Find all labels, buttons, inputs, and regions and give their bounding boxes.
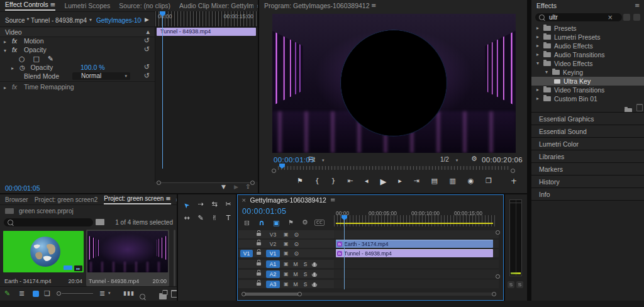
lock-icon[interactable] [257,242,261,245]
eye-icon[interactable]: ⊙ [294,232,299,238]
v-scroll-top-handle[interactable] [496,230,500,235]
scroll-handle-far-right[interactable] [492,292,496,296]
automate-to-sequence-button[interactable]: ▮▮▮ [123,290,135,296]
effects-tree-item[interactable]: ▸Audio Transitions [531,50,644,59]
track-button-a2[interactable]: A2 [266,271,280,278]
track-lane-a2[interactable] [334,270,499,278]
chevron-right-icon[interactable]: ▸ [535,94,540,103]
chevron-right-icon[interactable]: ▸ [4,84,6,92]
linked-selection-icon[interactable]: ▣ [273,219,279,227]
step-back-button[interactable]: ◂ [365,177,369,186]
opacity-effect-row[interactable]: ▾ fx Opacity ↺ [0,45,155,54]
lock-icon[interactable] [257,262,261,265]
captions-icon[interactable]: CC [314,220,325,226]
panel-menu-icon[interactable]: ≡ [330,196,335,203]
pen-tool[interactable]: ✎ [195,213,206,223]
add-marker-icon[interactable]: ⚑ [288,219,294,226]
timeline-ruler[interactable] [334,215,497,226]
timeline-timecode[interactable]: 00:00:01:05 [242,207,286,216]
settings-wrench-icon[interactable]: ⚙ [471,155,477,163]
reset-icon[interactable]: ↺ [144,36,150,45]
ripple-edit-tool[interactable]: ⇆ [209,199,220,209]
v-scroll-bottom-handle[interactable] [496,274,500,279]
export-frame-button[interactable]: ◉ [468,177,474,186]
scroll-handle-left[interactable] [157,181,161,185]
solo-left-button[interactable]: S [508,281,514,288]
program-scrubber[interactable] [278,166,509,170]
effects-tree-item[interactable]: ▸Presets [531,24,644,33]
lock-icon[interactable] [257,282,261,286]
play-button[interactable]: ▶ [380,177,386,186]
close-icon[interactable]: × [242,197,247,203]
panel-tab-history[interactable]: History [531,175,644,188]
effects-tree-item[interactable]: ▸Custom Bin 01 [531,94,644,103]
zoom-level-dropdown[interactable]: Fit ▾ [308,156,333,164]
work-area-bar[interactable] [336,223,493,224]
chevron-down-icon[interactable]: ▾ [535,59,540,68]
razor-tool[interactable]: ✂ [223,199,234,209]
eye-icon[interactable]: ⊙ [294,250,299,257]
find-button[interactable] [140,294,145,299]
chevron-down-icon[interactable]: ▾ [544,68,549,77]
track-lane-v1[interactable]: fxTunnel - 84938.mp4 [334,249,499,257]
lift-button[interactable]: ▤ [431,177,437,186]
sequence-reference-label[interactable]: GettyImages-1060389412 * T... [96,17,142,24]
stopwatch-icon[interactable]: ◷ [19,64,25,72]
motion-effect-row[interactable]: ▸ fx Motion ↺ [0,36,155,45]
track-button-v2[interactable]: V2 [266,240,280,248]
bin-navigation-icon[interactable] [96,219,104,225]
project-writable-icon[interactable]: ✎ [4,289,10,298]
tab-project-green-screen2[interactable]: Project: green screen2 [35,196,98,203]
solo-button[interactable]: S [304,261,308,267]
snap-magnet-icon[interactable]: ∩ [258,218,265,227]
export-icon[interactable]: ⇪ [245,183,250,190]
selection-tool[interactable]: ➤ [181,199,192,209]
track-sync-icon[interactable]: ▣ [284,261,289,267]
eye-icon[interactable]: ⊙ [294,241,299,247]
scroll-handle-right[interactable] [250,181,255,185]
opacity-param-row[interactable]: ▸ ◷ Opacity 100.0 % ↺ [0,63,155,72]
chevron-down-icon[interactable]: ▾ [89,17,92,23]
effects-tree-item[interactable]: ▸Lumetri Presets [531,33,644,42]
clip-tunnel[interactable]: fxTunnel - 84938.mp4 [336,249,493,257]
clear-search-icon[interactable]: × [608,14,613,21]
panel-tab-lumetri-color[interactable]: Lumetri Color [531,137,644,150]
tab-source-monitor[interactable]: Source: (no clips) [119,2,170,9]
thumbnail-zoom-slider[interactable] [62,293,93,294]
effects-search-box[interactable]: × [535,13,622,21]
mark-in-button[interactable]: { [315,177,319,186]
timeline-playhead[interactable] [344,219,345,289]
hand-tool[interactable]: ✌ [209,213,220,223]
icon-view-button[interactable] [33,291,39,297]
track-lane-a1[interactable] [334,260,499,268]
tab-lumetri-scopes[interactable]: Lumetri Scopes [64,2,110,9]
effects-tree-item[interactable]: ▾Keying [531,68,644,77]
freeform-view-button[interactable]: ❏ [44,289,50,298]
32bit-color-badge-icon[interactable] [633,14,640,21]
effects-tree-item-selected[interactable]: Ultra Key [531,77,644,86]
chevron-right-icon[interactable]: ▸ [535,86,540,94]
track-lane-v3[interactable] [334,230,499,238]
chevron-right-icon[interactable]: ▸ [535,24,540,33]
track-lane-v2[interactable]: fxEarth - 34174.mp4 [334,240,499,248]
mic-icon[interactable] [313,262,316,266]
program-video-frame[interactable] [272,14,516,153]
reset-icon[interactable]: ↺ [144,63,150,72]
h-scrollbar[interactable] [157,182,254,183]
solo-button[interactable]: S [304,271,308,277]
solo-button[interactable]: S [304,281,308,287]
reset-icon[interactable]: ↺ [144,45,150,54]
mic-icon[interactable] [313,282,316,286]
chevron-right-icon[interactable]: ▸ [535,50,540,59]
panel-tab-info[interactable]: Info [531,187,644,201]
mute-button[interactable]: M [294,271,298,277]
panel-tab-essential-graphics[interactable]: Essential Graphics [531,112,644,125]
scrubber-handle-right[interactable] [511,169,515,173]
track-button-a3[interactable]: A3 [266,281,280,288]
track-button-v1[interactable]: V1 [266,250,280,257]
project-item-tunnel[interactable]: Tunnel - 84938.mp4 20:00 [86,230,169,286]
track-sync-icon[interactable]: ▣ [284,281,289,287]
mute-button[interactable]: M [294,261,298,267]
play-around-icon[interactable]: ▶ [234,184,238,190]
clear-button[interactable] [171,290,177,298]
